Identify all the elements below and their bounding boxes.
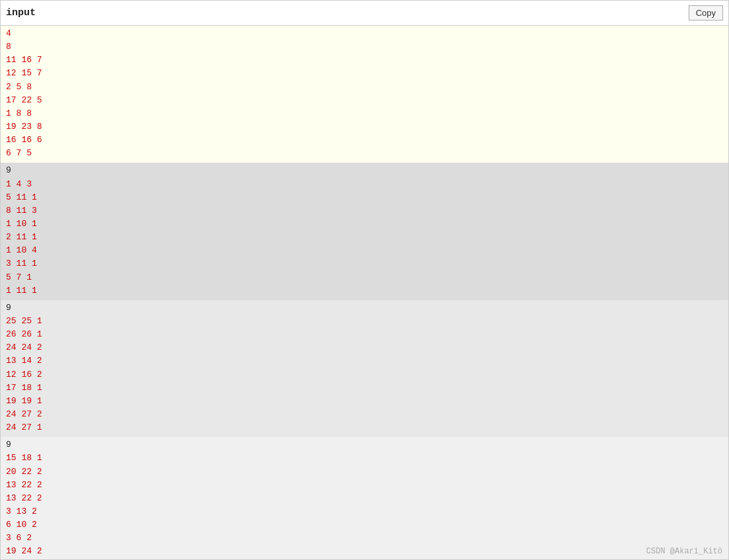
header: input Copy: [1, 1, 728, 26]
line: 8 11 3: [6, 204, 723, 218]
line: 2 11 1: [6, 231, 723, 244]
line: 19 23 8: [6, 120, 723, 134]
line: 9: [6, 164, 723, 177]
content-area[interactable]: 4811 16 712 15 72 5 817 22 51 8 819 23 8…: [1, 26, 728, 559]
block-3: 915 18 120 22 213 22 213 22 23 13 26 10 …: [1, 437, 728, 559]
line: 3 11 1: [6, 257, 723, 270]
line: 12 15 7: [6, 67, 723, 80]
line: 3 13 2: [6, 505, 723, 518]
line: 4: [6, 27, 723, 40]
block-2: 925 25 126 26 124 24 213 14 212 16 217 1…: [1, 300, 728, 437]
line: 13 22 2: [6, 479, 723, 492]
line: 13 14 2: [6, 354, 723, 368]
line: 25 25 1: [6, 315, 723, 328]
line: 6 10 2: [6, 518, 723, 532]
line: 5 11 1: [6, 191, 723, 204]
line: 1 8 8: [6, 107, 723, 120]
line: 16 16 6: [6, 134, 723, 147]
line: 8: [6, 40, 723, 54]
line: 11 16 7: [6, 54, 723, 67]
main-container: input Copy 4811 16 712 15 72 5 817 22 51…: [0, 0, 729, 560]
line: 13 22 2: [6, 492, 723, 505]
line: 6 7 5: [6, 147, 723, 160]
line: 12 16 2: [6, 368, 723, 381]
page-title: input: [6, 7, 36, 19]
block-1: 91 4 35 11 18 11 31 10 12 11 11 10 43 11…: [1, 163, 728, 300]
line: 24 24 2: [6, 341, 723, 354]
line: 1 11 1: [6, 284, 723, 298]
line: 19 19 1: [6, 395, 723, 408]
line: 9: [6, 438, 723, 452]
watermark: CSDN @Akari_Kitō: [646, 547, 722, 556]
line: 5 7 1: [6, 271, 723, 284]
line: 2 5 8: [6, 81, 723, 94]
line: 9: [6, 301, 723, 315]
line: 17 22 5: [6, 94, 723, 107]
line: 1 10 1: [6, 218, 723, 231]
line: 20 22 2: [6, 465, 723, 479]
line: 1 4 3: [6, 178, 723, 191]
line: 1 10 4: [6, 244, 723, 257]
line: 22 24 2: [6, 558, 723, 559]
line: 3 6 2: [6, 532, 723, 545]
block-0: 4811 16 712 15 72 5 817 22 51 8 819 23 8…: [1, 26, 728, 163]
line: 26 26 1: [6, 328, 723, 341]
line: 17 18 1: [6, 381, 723, 395]
copy-button[interactable]: Copy: [689, 5, 723, 20]
line: 24 27 1: [6, 421, 723, 434]
line: 15 18 1: [6, 452, 723, 465]
line: 19 24 2: [6, 545, 723, 558]
line: 24 27 2: [6, 408, 723, 421]
